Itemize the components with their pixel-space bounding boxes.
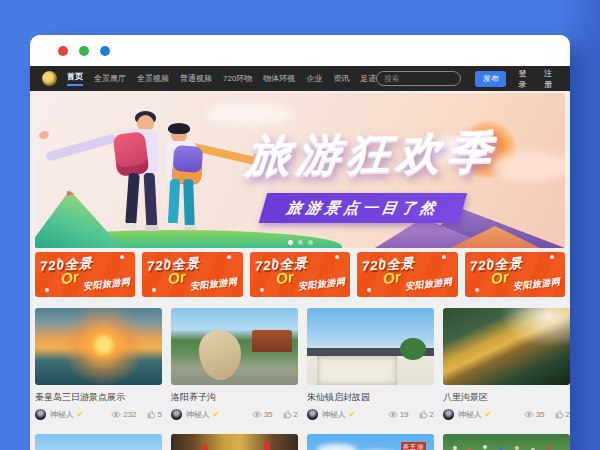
search-input[interactable]: 搜索 — [376, 71, 461, 86]
card-thumbnail-beach-sunset[interactable] — [35, 308, 162, 385]
avatar[interactable] — [443, 409, 454, 420]
content-grid-row-1: 秦皇岛三日游景点展示 神秘人 ✔ 232 5 — [35, 308, 565, 420]
content-card — [35, 434, 162, 450]
promo-or-text: Or — [60, 268, 80, 287]
window-minimize-button[interactable] — [79, 46, 89, 56]
promo-card-720[interactable]: 720全景 Or 安阳旅游网 — [357, 252, 457, 297]
card-thumbnail-rock-valley[interactable] — [171, 308, 298, 385]
card-thumbnail-forest-crowd[interactable] — [443, 434, 570, 450]
promo-decoration — [45, 288, 49, 292]
promo-card-720[interactable]: 720全景 Or 安阳旅游网 — [142, 252, 242, 297]
views-stat: 35 — [252, 410, 273, 419]
card-meta: 神秘人 ✔ 232 5 — [35, 409, 162, 420]
promo-card-720[interactable]: 720全景 Or 安阳旅游网 — [35, 252, 135, 297]
window-maximize-button[interactable] — [100, 46, 110, 56]
username[interactable]: 神秘人 — [458, 409, 482, 420]
cloud-illustration — [490, 151, 565, 181]
window-titlebar — [30, 35, 570, 66]
thumbs-up-icon — [419, 410, 428, 419]
hero-subtitle-banner: 旅游景点一目了然 — [259, 193, 468, 223]
card-thumbnail-temple[interactable] — [171, 434, 298, 450]
username[interactable]: 神秘人 — [50, 409, 74, 420]
likes-stat[interactable]: 2 — [283, 410, 298, 419]
hero-subtitle: 旅游景点一目了然 — [285, 199, 440, 218]
main-menu: 首页 全景展厅 全景视频 普通视频 720环物 物体环视 企业 资讯 足迹 — [67, 71, 376, 86]
publish-button[interactable]: 发布 — [475, 71, 506, 87]
card-title[interactable]: 八里沟景区 — [443, 391, 570, 404]
eye-icon — [388, 411, 398, 418]
login-link[interactable]: 登录 — [518, 68, 532, 90]
likes-stat[interactable]: 2 — [419, 410, 434, 419]
card-meta: 神秘人 ✔ 35 2 — [443, 409, 570, 420]
likes-count: 5 — [158, 410, 162, 419]
browser-window: 首页 全景展厅 全景视频 普通视频 720环物 物体环视 企业 资讯 足迹 搜索… — [30, 35, 570, 450]
nav-item-home[interactable]: 首页 — [67, 71, 83, 86]
likes-count: 2 — [294, 410, 298, 419]
carousel-dot[interactable] — [298, 240, 303, 245]
views-stat: 232 — [111, 410, 136, 419]
likes-stat[interactable]: 2 — [555, 410, 570, 419]
content-card: 燕王湖 — [307, 434, 434, 450]
content-card: 洛阳养子沟 神秘人 ✔ 35 2 — [171, 308, 298, 420]
nav-item-normal-video[interactable]: 普通视频 — [180, 73, 212, 84]
travelers-illustration — [65, 113, 265, 248]
username[interactable]: 神秘人 — [322, 409, 346, 420]
promo-card-720[interactable]: 720全景 Or 安阳旅游网 — [250, 252, 350, 297]
card-title[interactable]: 秦皇岛三日游景点展示 — [35, 391, 162, 404]
nav-item-news[interactable]: 资讯 — [333, 73, 349, 84]
views-stat: 35 — [524, 410, 545, 419]
vip-badge-icon: ✔ — [77, 410, 84, 419]
register-link[interactable]: 注册 — [544, 68, 558, 90]
promo-card-720[interactable]: 720全景 Or 安阳旅游网 — [465, 252, 565, 297]
likes-stat[interactable]: 5 — [147, 410, 162, 419]
card-thumbnail-lake-sky[interactable]: 燕王湖 — [307, 434, 434, 450]
content-card — [171, 434, 298, 450]
window-close-button[interactable] — [58, 46, 68, 56]
content-card: 朱仙镇启封故园 神秘人 ✔ 19 2 — [307, 308, 434, 420]
site-logo-icon[interactable] — [42, 71, 57, 86]
nav-item-panorama-hall[interactable]: 全景展厅 — [94, 73, 126, 84]
nav-item-object-view[interactable]: 物体环视 — [263, 73, 295, 84]
hero-banner[interactable]: 旅游狂欢季 旅游景点一目了然 — [35, 93, 565, 248]
content-grid-row-2: 燕王湖 — [35, 434, 565, 450]
nav-item-panorama-video[interactable]: 全景视频 — [137, 73, 169, 84]
likes-count: 2 — [430, 410, 434, 419]
card-title[interactable]: 朱仙镇启封故园 — [307, 391, 434, 404]
eye-icon — [524, 411, 534, 418]
eye-icon — [111, 411, 121, 418]
card-thumbnail-canyon[interactable] — [443, 308, 570, 385]
lake-stamp-label: 燕王湖 — [401, 442, 426, 450]
views-count: 232 — [123, 410, 136, 419]
vip-badge-icon: ✔ — [349, 410, 356, 419]
vip-badge-icon: ✔ — [485, 410, 492, 419]
card-thumbnail-ancient-town[interactable] — [307, 308, 434, 385]
card-meta: 神秘人 ✔ 35 2 — [171, 409, 298, 420]
thumbs-up-icon — [555, 410, 564, 419]
nav-item-footprint[interactable]: 足迹 — [360, 73, 376, 84]
username[interactable]: 神秘人 — [186, 409, 210, 420]
vip-badge-icon: ✔ — [213, 410, 220, 419]
thumbs-up-icon — [147, 410, 156, 419]
avatar[interactable] — [171, 409, 182, 420]
main-navbar: 首页 全景展厅 全景视频 普通视频 720环物 物体环视 企业 资讯 足迹 搜索… — [30, 66, 570, 91]
avatar[interactable] — [35, 409, 46, 420]
views-stat: 19 — [388, 410, 409, 419]
carousel-dot-active[interactable] — [288, 240, 293, 245]
nav-item-720-object[interactable]: 720环物 — [223, 73, 252, 84]
views-count: 35 — [536, 410, 545, 419]
content-card — [443, 434, 570, 450]
card-title[interactable]: 洛阳养子沟 — [171, 391, 298, 404]
carousel-dot[interactable] — [308, 240, 313, 245]
views-count: 19 — [400, 410, 409, 419]
promo-row: 720全景 Or 安阳旅游网 720全景 Or 安阳旅游网 720全景 Or 安… — [35, 252, 565, 297]
page-content: 旅游狂欢季 旅游景点一目了然 720全景 Or 安阳旅游网 — [30, 91, 570, 450]
search-placeholder: 搜索 — [384, 74, 399, 84]
card-thumbnail-amusement-park[interactable] — [35, 434, 162, 450]
card-meta: 神秘人 ✔ 19 2 — [307, 409, 434, 420]
eye-icon — [252, 411, 262, 418]
thumbs-up-icon — [283, 410, 292, 419]
likes-count: 2 — [566, 410, 570, 419]
nav-item-enterprise[interactable]: 企业 — [306, 73, 322, 84]
content-card: 秦皇岛三日游景点展示 神秘人 ✔ 232 5 — [35, 308, 162, 420]
avatar[interactable] — [307, 409, 318, 420]
